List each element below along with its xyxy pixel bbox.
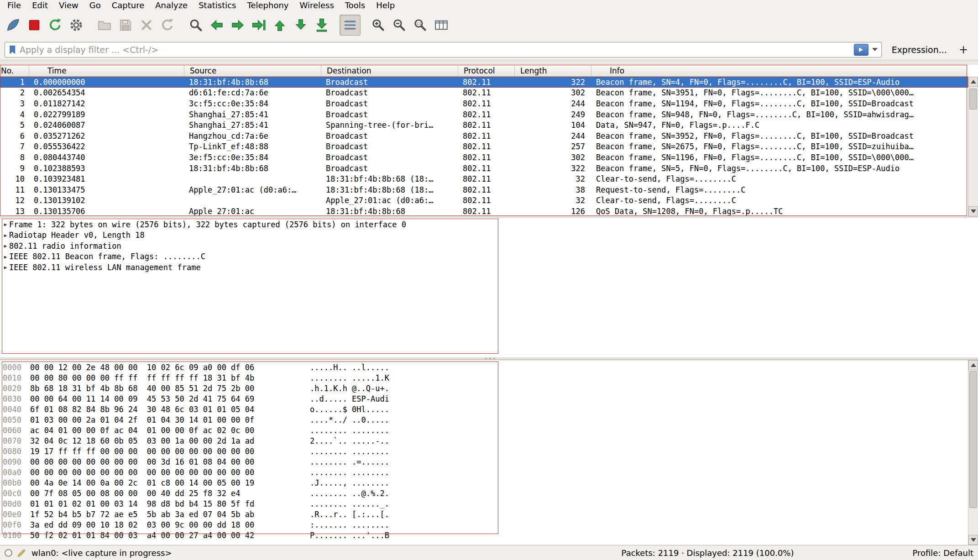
- go-forward-button[interactable]: [227, 15, 248, 36]
- detail-line[interactable]: ▸ 802.11 radio information: [0, 241, 978, 251]
- col-header-destination[interactable]: Destination: [321, 65, 458, 76]
- hex-ascii[interactable]: ........ ..@.%.2.: [310, 489, 389, 498]
- hex-bytes[interactable]: 1f 52 b4 b5 b7 72 ae e5 5b ab 3a ed 07 0…: [30, 510, 254, 519]
- close-file-button[interactable]: [136, 15, 157, 36]
- packet-row[interactable]: 7 0.055536422 Tp-LinkT_ef:48:88 Broadcas…: [0, 141, 968, 152]
- hex-bytes[interactable]: 01 03 00 00 2a 01 04 2f 01 04 30 14 01 0…: [30, 415, 254, 424]
- menu-item[interactable]: Tools: [340, 0, 371, 11]
- hex-row[interactable]: 00d0 01 01 01 02 01 00 03 14 98 d8 bd b4…: [0, 499, 968, 510]
- expander-icon[interactable]: ▸: [0, 253, 9, 260]
- hex-row[interactable]: 0010 00 00 80 00 00 00 ff ff ff ff ff ff…: [0, 373, 968, 384]
- menu-item[interactable]: View: [53, 0, 84, 11]
- hex-ascii[interactable]: ........ .=......: [310, 457, 389, 466]
- apply-filter-button[interactable]: [854, 44, 868, 56]
- hex-row[interactable]: 0080 19 17 ff ff ff 00 00 00 00 00 00 00…: [0, 447, 968, 457]
- expression-button[interactable]: Expression...: [887, 45, 952, 55]
- hex-ascii[interactable]: .....H.. ..l.....: [310, 363, 389, 372]
- hex-bytes[interactable]: 6f 01 08 82 84 8b 96 24 30 48 6c 03 01 0…: [30, 405, 254, 414]
- auto-scroll-button[interactable]: [340, 15, 361, 36]
- hex-bytes[interactable]: ac 04 01 00 00 0f ac 04 01 00 00 0f ac 0…: [30, 426, 254, 435]
- packet-row[interactable]: 12 0.130139102 Apple_27:01:ac (d0:a6:… 8…: [0, 195, 968, 206]
- menu-item[interactable]: Go: [84, 0, 106, 11]
- resize-columns-button[interactable]: [431, 15, 452, 36]
- hex-bytes[interactable]: 00 00 00 00 00 00 00 00 00 3d 16 01 08 0…: [30, 457, 254, 466]
- hex-ascii[interactable]: .J....., ........: [310, 478, 389, 487]
- hex-row[interactable]: 0020 8b 68 18 31 bf 4b 8b 68 40 00 85 51…: [0, 384, 968, 394]
- hex-ascii[interactable]: ........ ........: [310, 426, 389, 435]
- hex-ascii[interactable]: ........ .....1.K: [310, 373, 389, 382]
- scroll-up-button[interactable]: [968, 360, 978, 370]
- reload-file-button[interactable]: [157, 15, 178, 36]
- hex-row[interactable]: 00f0 3a ed dd 09 00 10 18 02 03 00 9c 00…: [0, 520, 968, 531]
- go-last-packet-button[interactable]: [290, 15, 311, 36]
- hex-bytes[interactable]: 00 7f 08 05 00 08 00 00 00 40 dd 25 f8 3…: [30, 489, 241, 498]
- hex-row[interactable]: 0030 00 00 64 00 11 14 00 09 45 53 50 2d…: [0, 394, 968, 405]
- packet-row[interactable]: 11 0.130133475 Apple_27:01:ac (d0:a6:… 1…: [0, 184, 968, 195]
- scroll-down-button[interactable]: [968, 206, 978, 216]
- stop-capture-button[interactable]: [24, 15, 45, 36]
- hex-ascii[interactable]: P....... ...'...B: [310, 531, 389, 540]
- packet-row[interactable]: 1 0.000000000 18:31:bf:4b:8b:68 Broadcas…: [0, 77, 968, 88]
- open-file-button[interactable]: [94, 15, 115, 36]
- hex-row[interactable]: 00a0 00 00 00 00 00 00 00 00 00 00 00 00…: [0, 468, 968, 478]
- expander-icon[interactable]: ▸: [0, 264, 9, 271]
- menu-item[interactable]: Edit: [26, 0, 53, 11]
- detail-line[interactable]: ▸ Frame 1: 322 bytes on wire (2576 bits)…: [0, 219, 978, 230]
- hex-ascii[interactable]: o......$ 0Hl.....: [310, 405, 389, 414]
- display-filter-field[interactable]: [5, 42, 882, 58]
- hex-ascii[interactable]: .R...r.. [.:...[.: [310, 510, 389, 519]
- hex-row[interactable]: 00b0 00 4a 0e 14 00 0a 00 2c 01 c8 00 14…: [0, 478, 968, 489]
- packet-row[interactable]: 5 0.024060087 Shanghai_27:85:41 Spanning…: [0, 120, 968, 131]
- hex-ascii[interactable]: ....*../ ..0.....: [310, 415, 389, 424]
- save-file-button[interactable]: [115, 15, 136, 36]
- hex-row[interactable]: 0000 00 00 12 00 2e 48 00 00 10 02 6c 09…: [0, 363, 968, 373]
- hex-row[interactable]: 00e0 1f 52 b4 b5 b7 72 ae e5 5b ab 3a ed…: [0, 510, 968, 520]
- packet-row[interactable]: 13 0.130135706 Apple_27:01:ac 18:31:bf:4…: [0, 206, 968, 216]
- packet-row[interactable]: 6 0.035271262 Hangzhou_cd:7a:6e Broadcas…: [0, 131, 968, 141]
- col-header-no[interactable]: No.: [0, 65, 29, 76]
- expander-icon[interactable]: ▸: [0, 221, 9, 228]
- packet-row[interactable]: 8 0.080443740 3e:f5:cc:0e:35:84 Broadcas…: [0, 152, 968, 163]
- pencil-icon[interactable]: [17, 548, 27, 558]
- hex-bytes[interactable]: 50 f2 02 01 01 84 00 03 a4 00 00 27 a4 0…: [30, 531, 254, 540]
- packet-list-scrollbar[interactable]: [968, 77, 978, 216]
- menu-item[interactable]: File: [2, 0, 26, 11]
- expander-icon[interactable]: ▸: [0, 242, 9, 249]
- scroll-up-button[interactable]: [968, 77, 978, 87]
- hex-bytes[interactable]: 3a ed dd 09 00 10 18 02 03 00 9c 00 00 d…: [30, 520, 254, 529]
- filter-dropdown-button[interactable]: [870, 44, 879, 56]
- display-filter-input[interactable]: [20, 45, 852, 55]
- capture-options-button[interactable]: [66, 15, 87, 36]
- detail-line[interactable]: ▸ Radiotap Header v0, Length 18: [0, 230, 978, 241]
- hex-row[interactable]: 0050 01 03 00 00 2a 01 04 2f 01 04 30 14…: [0, 415, 968, 426]
- menu-item[interactable]: Telephony: [241, 0, 294, 11]
- menu-item[interactable]: Statistics: [193, 0, 241, 11]
- hex-row[interactable]: 0070 32 04 0c 12 18 60 0b 05 03 00 1a 00…: [0, 436, 968, 447]
- hex-bytes[interactable]: 00 00 64 00 11 14 00 09 45 53 50 2d 41 7…: [30, 394, 254, 403]
- expert-info-icon[interactable]: [5, 549, 12, 557]
- scroll-down-button[interactable]: [968, 535, 978, 545]
- detail-line[interactable]: ▸ IEEE 802.11 wireless LAN management fr…: [0, 262, 978, 273]
- restart-capture-button[interactable]: [45, 15, 66, 36]
- start-capture-button[interactable]: [3, 15, 24, 36]
- packet-row[interactable]: 10 0.103923481 18:31:bf:4b:8b:68 (18:… 8…: [0, 173, 968, 184]
- hex-ascii[interactable]: 2....`.. .....-..: [310, 436, 389, 445]
- hex-ascii[interactable]: ........ ........: [310, 447, 389, 456]
- hex-bytes[interactable]: 8b 68 18 31 bf 4b 8b 68 40 00 85 51 2d 7…: [30, 384, 254, 393]
- hex-bytes[interactable]: 00 00 00 00 00 00 00 00 00 00 00 00 00 0…: [30, 468, 254, 477]
- hex-ascii[interactable]: .h.1.K.h @..Q-u+.: [310, 384, 389, 393]
- packet-row[interactable]: 3 0.011827142 3c:f5:cc:0e:35:84 Broadcas…: [0, 98, 968, 109]
- go-first-packet-button[interactable]: [269, 15, 290, 36]
- packet-row[interactable]: 9 0.102388593 18:31:bf:4b:8b:68 Broadcas…: [0, 163, 968, 174]
- scrollbar-thumb[interactable]: [969, 89, 977, 110]
- hex-ascii[interactable]: ..d..... ESP-Audi: [310, 394, 389, 403]
- profile-text[interactable]: Profile: Default: [912, 548, 973, 558]
- go-back-button[interactable]: [206, 15, 227, 36]
- hex-row[interactable]: 00c0 00 7f 08 05 00 08 00 00 00 40 dd 25…: [0, 489, 968, 499]
- menu-item[interactable]: Capture: [106, 0, 150, 11]
- zoom-in-button[interactable]: [368, 15, 389, 36]
- hex-bytes[interactable]: 01 01 01 02 01 00 03 14 98 d8 bd b4 15 8…: [30, 499, 254, 508]
- hex-bytes[interactable]: 19 17 ff ff ff 00 00 00 00 00 00 00 00 0…: [30, 447, 254, 456]
- zoom-original-button[interactable]: 1:1: [410, 15, 431, 36]
- hex-ascii[interactable]: ........ ........: [310, 468, 389, 477]
